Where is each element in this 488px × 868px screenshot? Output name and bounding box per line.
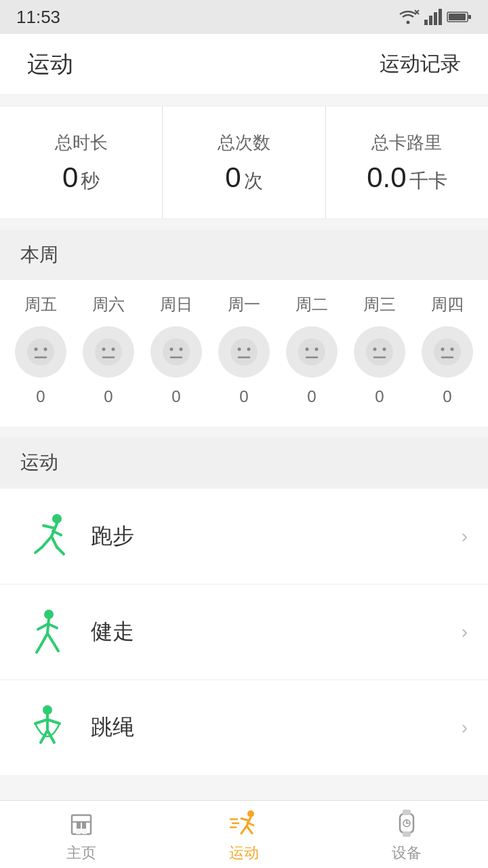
svg-rect-65 (82, 829, 87, 834)
svg-point-20 (180, 348, 183, 351)
day-label-4: 周二 (285, 294, 339, 315)
svg-point-32 (383, 348, 386, 351)
day-count-5: 0 (352, 387, 407, 406)
svg-rect-60 (72, 815, 91, 834)
svg-point-11 (35, 348, 38, 351)
day-count-0: 0 (14, 387, 68, 406)
nav-device-label: 设备 (392, 843, 422, 863)
svg-line-56 (35, 719, 47, 724)
svg-point-15 (102, 348, 106, 351)
svg-point-36 (451, 348, 454, 351)
svg-rect-5 (434, 12, 437, 25)
stats-section: 总时长 0秒 总次数 0次 总卡路里 0.0千卡 (0, 106, 488, 219)
day-counts: 0 0 0 0 0 0 0 (7, 387, 481, 406)
nav-home-label: 主页 (66, 843, 96, 863)
svg-rect-6 (439, 9, 442, 25)
exercise-nav-icon (227, 806, 261, 840)
svg-line-51 (37, 646, 41, 652)
svg-line-44 (52, 536, 57, 547)
svg-point-12 (44, 348, 47, 351)
day-label-5: 周三 (352, 294, 407, 315)
status-time: 11:53 (16, 7, 60, 28)
svg-point-38 (52, 514, 62, 524)
svg-line-42 (42, 536, 52, 547)
chevron-running: › (462, 526, 468, 547)
svg-point-23 (238, 348, 241, 351)
stat-duration-label: 总时长 (55, 131, 108, 155)
svg-line-47 (47, 619, 49, 633)
record-link[interactable]: 运动记录 (380, 50, 461, 78)
stat-duration: 总时长 0秒 (0, 106, 163, 218)
svg-point-22 (230, 338, 258, 366)
page-title: 运动 (27, 49, 73, 80)
exercise-item-walking[interactable]: 健走 › (0, 585, 488, 680)
svg-point-35 (441, 348, 445, 351)
chevron-walking: › (462, 621, 468, 643)
svg-point-34 (434, 338, 461, 366)
svg-point-24 (247, 348, 251, 351)
exercise-name-jumprope: 跳绳 (91, 713, 462, 743)
day-faces (7, 326, 481, 378)
exercise-name-walking: 健走 (91, 617, 462, 647)
exercise-list: 跑步 › (0, 489, 488, 775)
svg-line-53 (54, 644, 58, 651)
nav-home[interactable]: 主页 (0, 801, 163, 868)
svg-rect-9 (468, 15, 471, 19)
svg-point-0 (407, 21, 410, 24)
walking-icon (20, 605, 75, 659)
face-5 (354, 326, 405, 378)
svg-rect-76 (403, 810, 411, 815)
svg-rect-77 (403, 831, 411, 837)
svg-point-14 (95, 338, 122, 366)
svg-line-52 (47, 633, 54, 644)
stat-calories-value: 0.0千卡 (367, 161, 447, 194)
nav-exercise[interactable]: 运动 (163, 801, 325, 868)
nav-exercise-label: 运动 (229, 843, 259, 863)
svg-point-19 (170, 348, 174, 351)
svg-point-10 (27, 338, 54, 366)
nav-device[interactable]: 设备 (325, 801, 488, 868)
svg-line-49 (48, 624, 57, 628)
status-bar: 11:53 (0, 0, 488, 34)
running-icon (20, 509, 75, 564)
battery-icon (447, 10, 472, 24)
svg-line-40 (43, 526, 55, 528)
stat-calories-label: 总卡路里 (371, 131, 442, 155)
svg-rect-8 (449, 14, 466, 20)
svg-line-71 (247, 826, 252, 833)
device-icon (390, 806, 424, 840)
svg-line-43 (35, 547, 42, 553)
day-count-2: 0 (149, 387, 203, 406)
jumprope-icon (20, 701, 75, 755)
exercise-item-jumprope[interactable]: 跳绳 › (0, 680, 488, 775)
svg-point-18 (163, 338, 190, 366)
svg-line-68 (241, 818, 249, 821)
svg-point-28 (315, 348, 319, 351)
day-label-2: 周日 (149, 294, 203, 315)
face-2 (150, 326, 202, 378)
svg-point-16 (112, 348, 115, 351)
week-section-header: 本周 (0, 230, 488, 280)
stat-count: 总次数 0次 (163, 106, 325, 218)
svg-line-70 (241, 826, 247, 833)
svg-point-26 (298, 338, 325, 366)
day-count-4: 0 (285, 387, 339, 406)
stat-count-label: 总次数 (218, 131, 270, 155)
day-count-1: 0 (81, 387, 136, 406)
day-label-1: 周六 (81, 294, 136, 315)
day-count-6: 0 (420, 387, 474, 406)
home-icon (64, 806, 98, 840)
header: 运动 运动记录 (0, 34, 488, 95)
svg-line-50 (41, 633, 47, 646)
face-6 (422, 326, 473, 378)
exercise-item-running[interactable]: 跑步 › (0, 489, 488, 585)
face-1 (83, 326, 134, 378)
svg-point-54 (43, 705, 52, 715)
status-icons (397, 9, 472, 25)
bottom-navigation: 主页 运动 (0, 800, 488, 868)
day-label-3: 周一 (217, 294, 271, 315)
face-0 (15, 326, 66, 378)
svg-point-31 (373, 348, 377, 351)
face-3 (218, 326, 270, 378)
svg-line-57 (47, 719, 60, 724)
